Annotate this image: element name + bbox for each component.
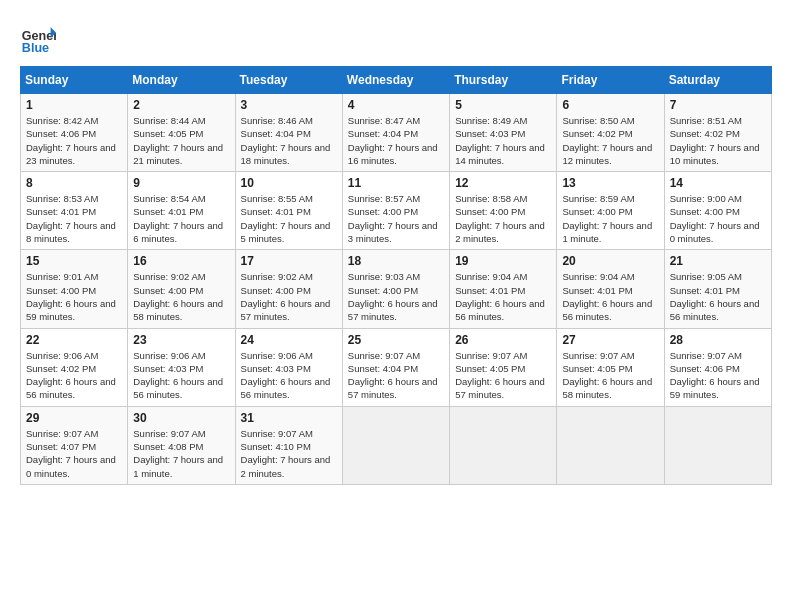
day-number: 25	[348, 333, 444, 347]
calendar-week-2: 8 Sunrise: 8:53 AMSunset: 4:01 PMDayligh…	[21, 172, 772, 250]
calendar-header-sunday: Sunday	[21, 67, 128, 94]
day-number: 20	[562, 254, 658, 268]
logo-icon: General Blue	[20, 20, 56, 56]
day-info: Sunrise: 9:07 AMSunset: 4:06 PMDaylight:…	[670, 349, 766, 402]
calendar-cell	[664, 406, 771, 484]
day-number: 12	[455, 176, 551, 190]
calendar-cell: 27 Sunrise: 9:07 AMSunset: 4:05 PMDaylig…	[557, 328, 664, 406]
day-info: Sunrise: 8:54 AMSunset: 4:01 PMDaylight:…	[133, 192, 229, 245]
calendar-header-row: SundayMondayTuesdayWednesdayThursdayFrid…	[21, 67, 772, 94]
day-info: Sunrise: 9:04 AMSunset: 4:01 PMDaylight:…	[562, 270, 658, 323]
day-number: 21	[670, 254, 766, 268]
day-info: Sunrise: 9:07 AMSunset: 4:10 PMDaylight:…	[241, 427, 337, 480]
calendar-cell: 11 Sunrise: 8:57 AMSunset: 4:00 PMDaylig…	[342, 172, 449, 250]
calendar-cell: 5 Sunrise: 8:49 AMSunset: 4:03 PMDayligh…	[450, 94, 557, 172]
calendar-cell: 26 Sunrise: 9:07 AMSunset: 4:05 PMDaylig…	[450, 328, 557, 406]
calendar-header-thursday: Thursday	[450, 67, 557, 94]
calendar-cell: 24 Sunrise: 9:06 AMSunset: 4:03 PMDaylig…	[235, 328, 342, 406]
day-number: 27	[562, 333, 658, 347]
day-info: Sunrise: 8:50 AMSunset: 4:02 PMDaylight:…	[562, 114, 658, 167]
calendar-week-3: 15 Sunrise: 9:01 AMSunset: 4:00 PMDaylig…	[21, 250, 772, 328]
calendar-header-wednesday: Wednesday	[342, 67, 449, 94]
day-info: Sunrise: 9:01 AMSunset: 4:00 PMDaylight:…	[26, 270, 122, 323]
day-number: 22	[26, 333, 122, 347]
calendar-cell: 6 Sunrise: 8:50 AMSunset: 4:02 PMDayligh…	[557, 94, 664, 172]
calendar-cell	[557, 406, 664, 484]
day-number: 10	[241, 176, 337, 190]
day-info: Sunrise: 8:58 AMSunset: 4:00 PMDaylight:…	[455, 192, 551, 245]
day-number: 8	[26, 176, 122, 190]
calendar-week-5: 29 Sunrise: 9:07 AMSunset: 4:07 PMDaylig…	[21, 406, 772, 484]
calendar-header-saturday: Saturday	[664, 67, 771, 94]
day-info: Sunrise: 8:46 AMSunset: 4:04 PMDaylight:…	[241, 114, 337, 167]
calendar-cell: 15 Sunrise: 9:01 AMSunset: 4:00 PMDaylig…	[21, 250, 128, 328]
day-number: 13	[562, 176, 658, 190]
calendar-cell: 25 Sunrise: 9:07 AMSunset: 4:04 PMDaylig…	[342, 328, 449, 406]
day-number: 29	[26, 411, 122, 425]
calendar-cell: 1 Sunrise: 8:42 AMSunset: 4:06 PMDayligh…	[21, 94, 128, 172]
calendar-cell: 21 Sunrise: 9:05 AMSunset: 4:01 PMDaylig…	[664, 250, 771, 328]
day-info: Sunrise: 9:07 AMSunset: 4:05 PMDaylight:…	[562, 349, 658, 402]
calendar-cell: 13 Sunrise: 8:59 AMSunset: 4:00 PMDaylig…	[557, 172, 664, 250]
day-info: Sunrise: 9:07 AMSunset: 4:07 PMDaylight:…	[26, 427, 122, 480]
day-number: 1	[26, 98, 122, 112]
day-info: Sunrise: 9:06 AMSunset: 4:03 PMDaylight:…	[241, 349, 337, 402]
day-info: Sunrise: 9:07 AMSunset: 4:08 PMDaylight:…	[133, 427, 229, 480]
day-number: 7	[670, 98, 766, 112]
calendar-week-1: 1 Sunrise: 8:42 AMSunset: 4:06 PMDayligh…	[21, 94, 772, 172]
calendar-week-4: 22 Sunrise: 9:06 AMSunset: 4:02 PMDaylig…	[21, 328, 772, 406]
page-header: General Blue	[20, 20, 772, 56]
day-number: 2	[133, 98, 229, 112]
day-info: Sunrise: 9:00 AMSunset: 4:00 PMDaylight:…	[670, 192, 766, 245]
day-info: Sunrise: 9:07 AMSunset: 4:05 PMDaylight:…	[455, 349, 551, 402]
day-number: 28	[670, 333, 766, 347]
day-info: Sunrise: 9:04 AMSunset: 4:01 PMDaylight:…	[455, 270, 551, 323]
day-info: Sunrise: 8:53 AMSunset: 4:01 PMDaylight:…	[26, 192, 122, 245]
day-number: 15	[26, 254, 122, 268]
day-info: Sunrise: 9:02 AMSunset: 4:00 PMDaylight:…	[241, 270, 337, 323]
day-number: 31	[241, 411, 337, 425]
calendar-cell: 28 Sunrise: 9:07 AMSunset: 4:06 PMDaylig…	[664, 328, 771, 406]
calendar-cell: 14 Sunrise: 9:00 AMSunset: 4:00 PMDaylig…	[664, 172, 771, 250]
calendar-cell: 10 Sunrise: 8:55 AMSunset: 4:01 PMDaylig…	[235, 172, 342, 250]
day-number: 18	[348, 254, 444, 268]
calendar-cell	[342, 406, 449, 484]
day-number: 14	[670, 176, 766, 190]
day-info: Sunrise: 9:02 AMSunset: 4:00 PMDaylight:…	[133, 270, 229, 323]
day-info: Sunrise: 9:03 AMSunset: 4:00 PMDaylight:…	[348, 270, 444, 323]
calendar-cell	[450, 406, 557, 484]
calendar-table: SundayMondayTuesdayWednesdayThursdayFrid…	[20, 66, 772, 485]
calendar-cell: 19 Sunrise: 9:04 AMSunset: 4:01 PMDaylig…	[450, 250, 557, 328]
calendar-cell: 4 Sunrise: 8:47 AMSunset: 4:04 PMDayligh…	[342, 94, 449, 172]
day-number: 4	[348, 98, 444, 112]
day-number: 30	[133, 411, 229, 425]
logo: General Blue	[20, 20, 56, 56]
day-number: 3	[241, 98, 337, 112]
calendar-cell: 3 Sunrise: 8:46 AMSunset: 4:04 PMDayligh…	[235, 94, 342, 172]
calendar-cell: 30 Sunrise: 9:07 AMSunset: 4:08 PMDaylig…	[128, 406, 235, 484]
calendar-header-tuesday: Tuesday	[235, 67, 342, 94]
day-info: Sunrise: 8:47 AMSunset: 4:04 PMDaylight:…	[348, 114, 444, 167]
calendar-cell: 29 Sunrise: 9:07 AMSunset: 4:07 PMDaylig…	[21, 406, 128, 484]
calendar-cell: 7 Sunrise: 8:51 AMSunset: 4:02 PMDayligh…	[664, 94, 771, 172]
calendar-header-monday: Monday	[128, 67, 235, 94]
day-info: Sunrise: 8:55 AMSunset: 4:01 PMDaylight:…	[241, 192, 337, 245]
day-number: 17	[241, 254, 337, 268]
day-number: 9	[133, 176, 229, 190]
day-info: Sunrise: 9:06 AMSunset: 4:02 PMDaylight:…	[26, 349, 122, 402]
day-info: Sunrise: 8:49 AMSunset: 4:03 PMDaylight:…	[455, 114, 551, 167]
day-info: Sunrise: 8:51 AMSunset: 4:02 PMDaylight:…	[670, 114, 766, 167]
day-number: 19	[455, 254, 551, 268]
calendar-header-friday: Friday	[557, 67, 664, 94]
calendar-cell: 31 Sunrise: 9:07 AMSunset: 4:10 PMDaylig…	[235, 406, 342, 484]
calendar-cell: 8 Sunrise: 8:53 AMSunset: 4:01 PMDayligh…	[21, 172, 128, 250]
day-info: Sunrise: 9:05 AMSunset: 4:01 PMDaylight:…	[670, 270, 766, 323]
day-info: Sunrise: 8:42 AMSunset: 4:06 PMDaylight:…	[26, 114, 122, 167]
calendar-cell: 18 Sunrise: 9:03 AMSunset: 4:00 PMDaylig…	[342, 250, 449, 328]
svg-text:Blue: Blue	[22, 41, 49, 55]
day-number: 26	[455, 333, 551, 347]
calendar-cell: 23 Sunrise: 9:06 AMSunset: 4:03 PMDaylig…	[128, 328, 235, 406]
day-number: 16	[133, 254, 229, 268]
day-number: 11	[348, 176, 444, 190]
day-number: 5	[455, 98, 551, 112]
